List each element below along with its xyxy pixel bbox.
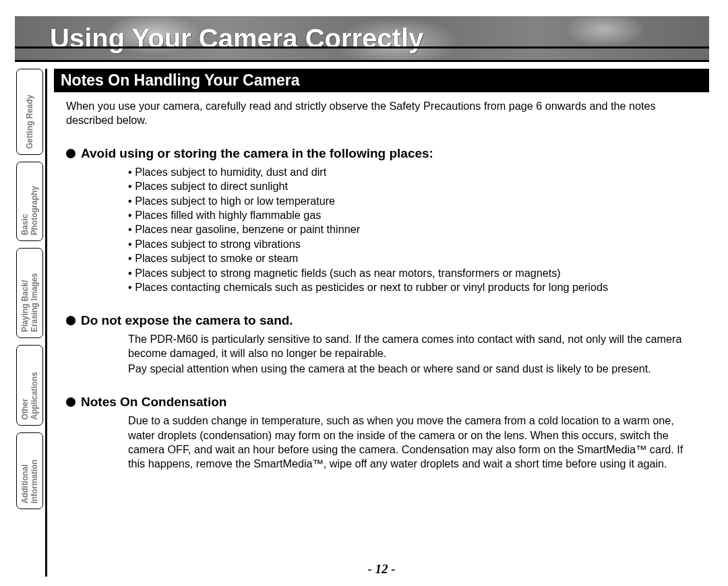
svg-text:Other: Other: [20, 398, 30, 420]
content-area: Getting Ready Basic Photography Playing …: [15, 69, 709, 577]
subsection-heading: Avoid using or storing the camera in the…: [66, 146, 705, 161]
side-tabs: Getting Ready Basic Photography Playing …: [15, 69, 51, 577]
list-item: Places subject to high or low temperatur…: [128, 194, 705, 208]
list-item: Places subject to humidity, dust and dir…: [128, 165, 705, 179]
page-number: - 12 -: [54, 562, 709, 577]
list-item: Places subject to smoke or steam: [128, 251, 705, 265]
svg-text:Basic: Basic: [20, 214, 30, 235]
subsection-body: The PDR-M60 is particularly sensitive to…: [128, 332, 701, 376]
heading-text: Avoid using or storing the camera in the…: [81, 146, 433, 161]
tab-other-applications[interactable]: Other Applications: [16, 345, 43, 426]
svg-text:Applications: Applications: [30, 372, 39, 420]
list-item: Places near gasoline, benzene or paint t…: [128, 222, 705, 236]
svg-text:Playing Back/: Playing Back/: [20, 280, 30, 332]
title-bar: Using Your Camera Correctly: [15, 16, 709, 61]
paragraph: Due to a sudden change in temperature, s…: [128, 414, 701, 470]
list-item: Places subject to direct sunlight: [128, 179, 705, 193]
subsection-sand: Do not expose the camera to sand. The PD…: [66, 313, 705, 376]
svg-text:Photography: Photography: [30, 186, 39, 236]
heading-text: Notes On Condensation: [81, 395, 226, 410]
list-item: Places contacting chemicals such as pest…: [128, 280, 705, 294]
bullet-icon: [66, 316, 75, 325]
list-item: Places subject to strong magnetic fields…: [128, 266, 705, 280]
section-header: Notes On Handling Your Camera: [54, 69, 709, 92]
list-item: Places subject to strong vibrations: [128, 237, 705, 251]
title-rule-bottom: [15, 60, 709, 62]
title-rule-top: [15, 46, 709, 48]
list-item: Places filled with highly flammable gas: [128, 208, 705, 222]
subsection-heading: Notes On Condensation: [66, 395, 705, 410]
svg-text:Getting Ready: Getting Ready: [25, 94, 34, 149]
svg-text:Erasing Images: Erasing Images: [30, 273, 39, 332]
subsection-list: Places subject to humidity, dust and dir…: [128, 165, 705, 294]
paragraph: Pay special attention when using the cam…: [128, 362, 701, 376]
tab-playing-back-erasing[interactable]: Playing Back/ Erasing Images: [16, 248, 43, 338]
subsection-avoid-places: Avoid using or storing the camera in the…: [66, 146, 705, 294]
svg-text:Information: Information: [30, 459, 39, 503]
bullet-icon: [66, 149, 75, 158]
tab-additional-information[interactable]: Additional Information: [16, 432, 43, 509]
main-content: Notes On Handling Your Camera When you u…: [54, 69, 709, 577]
manual-page: Using Your Camera Correctly Getting Read…: [0, 0, 728, 586]
heading-text: Do not expose the camera to sand.: [81, 313, 293, 328]
tab-basic-photography[interactable]: Basic Photography: [16, 162, 43, 241]
bullet-icon: [66, 397, 75, 407]
intro-paragraph: When you use your camera, carefully read…: [66, 99, 705, 127]
subsection-heading: Do not expose the camera to sand.: [66, 313, 705, 328]
svg-text:Additional: Additional: [20, 464, 30, 503]
subsection-condensation: Notes On Condensation Due to a sudden ch…: [66, 395, 705, 470]
subsection-body: Due to a sudden change in temperature, s…: [128, 414, 701, 470]
paragraph: The PDR-M60 is particularly sensitive to…: [128, 332, 701, 360]
page-title: Using Your Camera Correctly: [50, 24, 423, 54]
tab-getting-ready[interactable]: Getting Ready: [16, 69, 43, 155]
